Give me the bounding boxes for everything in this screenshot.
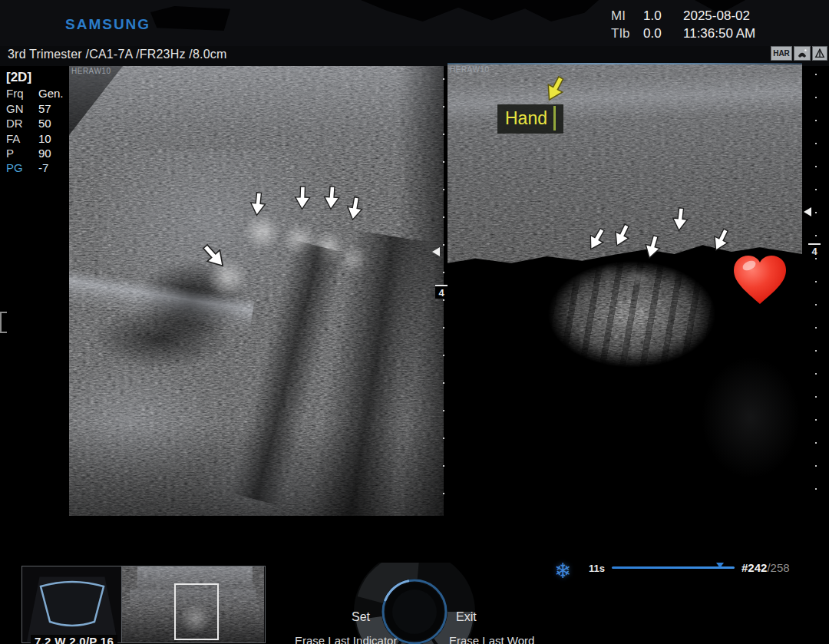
red-heart-sticker[interactable] [731,253,789,309]
param-label: GN [6,102,38,115]
frame-total: /258 [767,561,789,574]
annotation-label: Hand [505,108,547,129]
frame-current: #242 [741,561,767,574]
param-value: Gen. [38,87,64,100]
ti-label: TIb [611,26,643,41]
sector-outline-icon [27,574,117,634]
param-value: 90 [38,147,51,160]
param-label: Frq [6,87,38,100]
trackball-status-widget[interactable] [347,563,482,644]
param-value: 57 [38,102,51,115]
thumbnail-zoom-overview[interactable] [122,566,266,643]
probe-model-label: HERAW10 [71,67,111,75]
orientation-marker-icon [812,46,827,61]
thumbnail-scan-overview[interactable] [21,566,122,643]
param-value: 50 [38,117,51,130]
white-arrow-indicator[interactable] [293,186,311,211]
cine-position-marker[interactable] [716,563,724,568]
depth-ruler-right [815,74,817,504]
param-row-frq: Frq Gen. [6,87,68,100]
depth-label-left: 4 [435,285,448,299]
set-button-hint[interactable]: Set [352,610,370,624]
param-label: FA [6,132,38,145]
exam-date: 2025-08-02 [683,8,780,24]
redaction-patch [150,6,230,31]
focus-marker-left[interactable] [432,247,440,256]
exam-time: 11:36:50 AM [683,26,780,41]
param-row-gn: GN 57 [6,102,68,115]
text-cursor [553,106,556,130]
white-arrow-indicator[interactable] [248,191,267,217]
page-bracket-marker [0,312,7,333]
output-indices: MI 1.0 2025-08-02 TIb 0.0 11:36:50 AM [611,8,780,41]
annotation-text[interactable]: Hand [497,104,563,134]
preset-info: 3rd Trimester /CA1-7A /FR23Hz /8.0cm [8,48,227,61]
white-arrow-indicator[interactable] [322,185,341,210]
left-ultrasound-image[interactable]: HERAW10 [69,66,444,516]
ultrasound-screen: SAMSUNG MI 1.0 2025-08-02 TIb 0.0 11:36:… [0,0,829,644]
zoom-region-box[interactable] [174,583,219,640]
param-label: DR [6,117,38,130]
frame-counter: #242/258 [741,561,790,574]
param-label: P [6,147,38,160]
param-value: 10 [38,132,51,145]
erase-last-indicator-hint[interactable]: Erase Last Indicator [295,634,397,644]
erase-last-word-hint[interactable]: Erase Last Word [449,634,534,644]
freeze-snowflake-icon: ❄ [554,559,572,583]
har-badge: HAR [771,46,792,61]
focus-marker-right[interactable] [804,207,811,216]
param-row-pg: PG -7 [6,161,68,174]
probe-icon [794,46,811,61]
mi-label: MI [611,8,643,24]
param-row-dr: DR 50 [6,117,68,130]
param-value: -7 [38,161,48,174]
probe-model-label: HERAW10 [450,65,489,74]
mode-indicator: [2D] [6,70,31,85]
loop-duration: 11s [589,563,605,574]
param-row-p: P 90 [6,147,68,160]
param-row-fa: FA 10 [6,132,68,145]
depth-label-right: 4 [808,243,821,257]
samsung-logo: SAMSUNG [65,16,150,33]
exit-button-hint[interactable]: Exit [456,610,477,624]
thumbnail-caption: 7.2 W 2.0/P 16 [31,635,117,644]
ti-value: 0.0 [643,26,683,41]
mi-value: 1.0 [643,8,683,24]
param-label: PG [6,161,38,174]
white-arrow-indicator[interactable] [670,206,689,233]
